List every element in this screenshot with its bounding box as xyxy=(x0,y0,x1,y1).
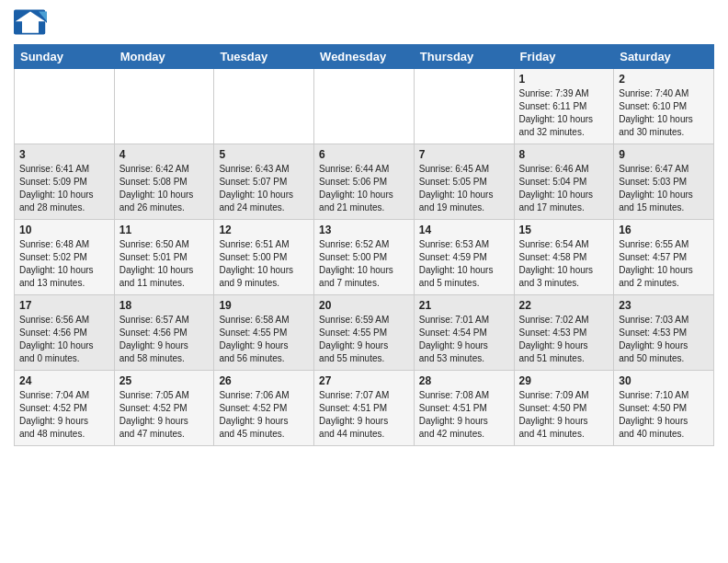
calendar-cell: 3Sunrise: 6:41 AM Sunset: 5:09 PM Daylig… xyxy=(15,144,115,220)
calendar-cell: 13Sunrise: 6:52 AM Sunset: 5:00 PM Dayli… xyxy=(314,220,415,295)
day-info: Sunrise: 6:54 AM Sunset: 4:58 PM Dayligh… xyxy=(519,238,609,290)
weekday-header: Thursday xyxy=(414,45,514,69)
day-info: Sunrise: 6:55 AM Sunset: 4:57 PM Dayligh… xyxy=(619,238,709,290)
calendar-cell: 11Sunrise: 6:50 AM Sunset: 5:01 PM Dayli… xyxy=(114,220,214,295)
calendar-cell: 28Sunrise: 7:08 AM Sunset: 4:51 PM Dayli… xyxy=(414,371,514,446)
day-number: 10 xyxy=(19,224,109,236)
weekday-header: Tuesday xyxy=(214,45,314,69)
calendar-row: 10Sunrise: 6:48 AM Sunset: 5:02 PM Dayli… xyxy=(15,220,714,295)
calendar-cell: 16Sunrise: 6:55 AM Sunset: 4:57 PM Dayli… xyxy=(614,220,714,295)
day-info: Sunrise: 6:43 AM Sunset: 5:07 PM Dayligh… xyxy=(219,163,309,214)
calendar-cell: 22Sunrise: 7:02 AM Sunset: 4:53 PM Dayli… xyxy=(514,295,614,371)
calendar-header: SundayMondayTuesdayWednesdayThursdayFrid… xyxy=(15,45,714,69)
calendar-cell: 7Sunrise: 6:45 AM Sunset: 5:05 PM Daylig… xyxy=(414,144,514,220)
day-info: Sunrise: 6:46 AM Sunset: 5:04 PM Dayligh… xyxy=(519,163,609,214)
calendar-cell: 15Sunrise: 6:54 AM Sunset: 4:58 PM Dayli… xyxy=(514,220,614,295)
day-number: 12 xyxy=(219,224,309,236)
calendar-cell: 24Sunrise: 7:04 AM Sunset: 4:52 PM Dayli… xyxy=(15,371,115,446)
day-number: 2 xyxy=(619,73,709,86)
calendar-cell: 26Sunrise: 7:06 AM Sunset: 4:52 PM Dayli… xyxy=(214,371,314,446)
logo-icon xyxy=(14,9,47,37)
calendar-cell: 20Sunrise: 6:59 AM Sunset: 4:55 PM Dayli… xyxy=(314,295,415,371)
day-number: 14 xyxy=(419,224,509,236)
calendar-cell: 19Sunrise: 6:58 AM Sunset: 4:55 PM Dayli… xyxy=(214,295,314,371)
calendar-cell xyxy=(15,69,115,144)
calendar-cell: 18Sunrise: 6:57 AM Sunset: 4:56 PM Dayli… xyxy=(114,295,214,371)
weekday-header: Sunday xyxy=(15,45,115,69)
day-number: 30 xyxy=(619,374,709,387)
day-number: 16 xyxy=(619,224,709,236)
day-info: Sunrise: 6:51 AM Sunset: 5:00 PM Dayligh… xyxy=(219,238,309,290)
day-number: 8 xyxy=(519,148,609,161)
day-number: 1 xyxy=(519,73,609,86)
day-info: Sunrise: 6:47 AM Sunset: 5:03 PM Dayligh… xyxy=(619,163,709,214)
calendar-cell: 12Sunrise: 6:51 AM Sunset: 5:00 PM Dayli… xyxy=(214,220,314,295)
day-info: Sunrise: 6:56 AM Sunset: 4:56 PM Dayligh… xyxy=(19,314,109,365)
day-info: Sunrise: 6:41 AM Sunset: 5:09 PM Dayligh… xyxy=(19,163,109,214)
calendar-cell: 14Sunrise: 6:53 AM Sunset: 4:59 PM Dayli… xyxy=(414,220,514,295)
day-number: 13 xyxy=(319,224,409,236)
weekday-header: Saturday xyxy=(614,45,714,69)
calendar-cell: 17Sunrise: 6:56 AM Sunset: 4:56 PM Dayli… xyxy=(15,295,115,371)
weekday-header: Monday xyxy=(114,45,214,69)
day-info: Sunrise: 7:07 AM Sunset: 4:51 PM Dayligh… xyxy=(319,389,409,441)
calendar-cell: 5Sunrise: 6:43 AM Sunset: 5:07 PM Daylig… xyxy=(214,144,314,220)
day-info: Sunrise: 7:04 AM Sunset: 4:52 PM Dayligh… xyxy=(19,389,109,441)
day-number: 29 xyxy=(519,374,609,387)
day-number: 27 xyxy=(319,374,409,387)
day-info: Sunrise: 7:40 AM Sunset: 6:10 PM Dayligh… xyxy=(619,87,709,139)
day-number: 20 xyxy=(319,299,409,312)
day-number: 3 xyxy=(19,148,109,161)
calendar-cell xyxy=(214,69,314,144)
calendar-cell: 27Sunrise: 7:07 AM Sunset: 4:51 PM Dayli… xyxy=(314,371,415,446)
day-number: 24 xyxy=(19,374,109,387)
day-number: 23 xyxy=(619,299,709,312)
day-number: 4 xyxy=(119,148,210,161)
day-number: 17 xyxy=(19,299,109,312)
calendar-row: 17Sunrise: 6:56 AM Sunset: 4:56 PM Dayli… xyxy=(15,295,714,371)
calendar-cell: 9Sunrise: 6:47 AM Sunset: 5:03 PM Daylig… xyxy=(614,144,714,220)
day-info: Sunrise: 6:48 AM Sunset: 5:02 PM Dayligh… xyxy=(19,238,109,290)
calendar-cell: 25Sunrise: 7:05 AM Sunset: 4:52 PM Dayli… xyxy=(114,371,214,446)
day-info: Sunrise: 6:50 AM Sunset: 5:01 PM Dayligh… xyxy=(119,238,210,290)
calendar-cell: 23Sunrise: 7:03 AM Sunset: 4:53 PM Dayli… xyxy=(614,295,714,371)
day-number: 25 xyxy=(119,374,210,387)
page-header xyxy=(14,9,714,37)
calendar-cell: 6Sunrise: 6:44 AM Sunset: 5:06 PM Daylig… xyxy=(314,144,415,220)
day-info: Sunrise: 7:05 AM Sunset: 4:52 PM Dayligh… xyxy=(119,389,210,441)
calendar-row: 3Sunrise: 6:41 AM Sunset: 5:09 PM Daylig… xyxy=(15,144,714,220)
calendar-cell: 4Sunrise: 6:42 AM Sunset: 5:08 PM Daylig… xyxy=(114,144,214,220)
day-info: Sunrise: 7:03 AM Sunset: 4:53 PM Dayligh… xyxy=(619,314,709,365)
day-number: 9 xyxy=(619,148,709,161)
calendar-table: SundayMondayTuesdayWednesdayThursdayFrid… xyxy=(14,44,714,446)
day-info: Sunrise: 6:42 AM Sunset: 5:08 PM Dayligh… xyxy=(119,163,210,214)
logo xyxy=(14,9,51,37)
weekday-header: Wednesday xyxy=(314,45,415,69)
calendar-cell: 1Sunrise: 7:39 AM Sunset: 6:11 PM Daylig… xyxy=(514,69,614,144)
calendar-cell xyxy=(114,69,214,144)
calendar-cell: 10Sunrise: 6:48 AM Sunset: 5:02 PM Dayli… xyxy=(15,220,115,295)
day-info: Sunrise: 6:44 AM Sunset: 5:06 PM Dayligh… xyxy=(319,163,409,214)
calendar-cell: 8Sunrise: 6:46 AM Sunset: 5:04 PM Daylig… xyxy=(514,144,614,220)
day-number: 11 xyxy=(119,224,210,236)
day-number: 6 xyxy=(319,148,409,161)
calendar-cell: 30Sunrise: 7:10 AM Sunset: 4:50 PM Dayli… xyxy=(614,371,714,446)
calendar-cell xyxy=(414,69,514,144)
day-number: 26 xyxy=(219,374,309,387)
day-info: Sunrise: 6:58 AM Sunset: 4:55 PM Dayligh… xyxy=(219,314,309,365)
day-info: Sunrise: 7:01 AM Sunset: 4:54 PM Dayligh… xyxy=(419,314,509,365)
calendar-row: 1Sunrise: 7:39 AM Sunset: 6:11 PM Daylig… xyxy=(15,69,714,144)
day-number: 5 xyxy=(219,148,309,161)
calendar-row: 24Sunrise: 7:04 AM Sunset: 4:52 PM Dayli… xyxy=(15,371,714,446)
calendar-cell: 2Sunrise: 7:40 AM Sunset: 6:10 PM Daylig… xyxy=(614,69,714,144)
day-number: 19 xyxy=(219,299,309,312)
calendar-body: 1Sunrise: 7:39 AM Sunset: 6:11 PM Daylig… xyxy=(15,69,714,446)
day-number: 22 xyxy=(519,299,609,312)
day-number: 18 xyxy=(119,299,210,312)
day-info: Sunrise: 7:06 AM Sunset: 4:52 PM Dayligh… xyxy=(219,389,309,441)
calendar-cell xyxy=(314,69,415,144)
day-info: Sunrise: 7:02 AM Sunset: 4:53 PM Dayligh… xyxy=(519,314,609,365)
day-number: 21 xyxy=(419,299,509,312)
weekday-header: Friday xyxy=(514,45,614,69)
day-info: Sunrise: 7:39 AM Sunset: 6:11 PM Dayligh… xyxy=(519,87,609,139)
